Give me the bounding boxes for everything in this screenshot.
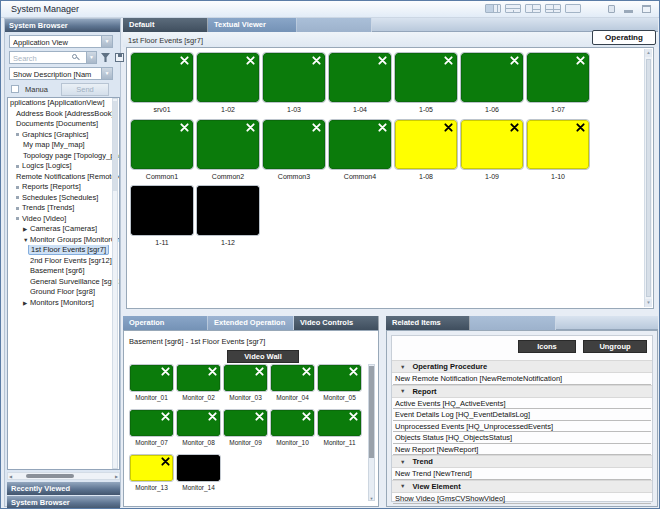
tree-item[interactable]: ▶Monitors [Monitors] <box>8 298 119 309</box>
video-monitor-tile[interactable] <box>271 365 314 391</box>
tree-item[interactable]: Logics [Logics] <box>8 161 119 172</box>
close-icon[interactable] <box>349 367 358 376</box>
close-icon[interactable] <box>161 412 170 421</box>
scroll-down-icon[interactable]: ▼ <box>645 299 652 307</box>
tree-item[interactable]: Documents [Documents] <box>8 119 119 130</box>
related-section-header[interactable]: ▼View Element <box>392 480 652 493</box>
related-item-link[interactable]: Show Video [GmsCVShowVideo] <box>393 493 651 505</box>
maximize-icon[interactable] <box>642 5 651 13</box>
grid-vertical-scrollbar[interactable]: ▲ ▼ <box>644 49 652 307</box>
tree-item[interactable]: Graphics [Graphics] <box>8 130 119 141</box>
close-icon[interactable] <box>510 123 519 132</box>
close-icon[interactable] <box>378 56 387 65</box>
tree-item[interactable]: pplications [ApplicationView] <box>8 98 119 109</box>
monitor-tile[interactable] <box>461 53 523 102</box>
close-icon[interactable] <box>312 123 321 132</box>
related-section-header[interactable]: ▼Operating Procedure <box>392 360 652 373</box>
tree-item[interactable]: 1st Floor Events [sgr7] <box>8 245 119 256</box>
tab-textual-viewer[interactable]: Textual Viewer <box>208 18 297 32</box>
monitor-tile[interactable] <box>197 186 259 235</box>
tab-related-items[interactable]: Related Items <box>386 316 470 330</box>
chevron-down-icon[interactable]: ▼ <box>101 36 112 47</box>
monitor-tile[interactable] <box>329 53 391 102</box>
video-monitor-tile[interactable] <box>130 365 173 391</box>
close-icon[interactable] <box>576 56 585 65</box>
tree-item[interactable]: Ground Floor [sgr8] <box>8 287 119 298</box>
minimize-icon[interactable] <box>624 10 633 13</box>
pane-layout-quad-icon[interactable] <box>545 4 561 13</box>
close-icon[interactable] <box>246 56 255 65</box>
monitor-tile[interactable] <box>395 120 457 169</box>
tree-item[interactable]: 2nd Floor Events [sgr12] <box>8 256 119 267</box>
tree-item[interactable]: Basement [sgr6] <box>8 266 119 277</box>
tree-item[interactable]: ▼Monitor Groups [MonitorGroups] <box>8 235 119 246</box>
close-icon[interactable] <box>208 412 217 421</box>
monitor-tile[interactable] <box>263 120 325 169</box>
lock-icon[interactable] <box>608 5 615 13</box>
system-browser-bar[interactable]: System Browser <box>7 496 120 509</box>
monitor-tile[interactable] <box>197 53 259 102</box>
scroll-right-icon[interactable]: ▶ <box>115 474 118 479</box>
scroll-down-icon[interactable]: ▼ <box>369 496 374 501</box>
tab-extended-operation[interactable]: Extended Operation <box>208 316 294 330</box>
tree-item[interactable]: Address Book [AddressBook] <box>8 109 119 120</box>
close-icon[interactable] <box>444 123 453 132</box>
search-dropdown-icon[interactable]: ▼ <box>86 52 96 63</box>
tab-default[interactable]: Default <box>123 18 208 32</box>
video-monitor-tile[interactable] <box>177 410 220 436</box>
monitor-tile[interactable] <box>131 186 193 235</box>
close-icon[interactable] <box>378 123 387 132</box>
video-monitor-tile[interactable] <box>318 410 361 436</box>
recently-viewed-bar[interactable]: Recently Viewed <box>7 482 120 495</box>
related-item-link[interactable]: Event Details Log [HQ_EventDetailsLog] <box>393 409 651 421</box>
close-icon[interactable] <box>302 367 311 376</box>
related-item-link[interactable]: Active Events [HQ_ActiveEvents] <box>393 398 651 410</box>
close-icon[interactable] <box>255 367 264 376</box>
video-monitor-tile[interactable] <box>224 410 267 436</box>
close-icon[interactable] <box>161 457 170 466</box>
tree-vertical-scrollbar[interactable] <box>112 98 118 469</box>
monitor-tile[interactable] <box>263 53 325 102</box>
expand-icon[interactable]: ▶ <box>23 298 30 309</box>
pane-layout-split-icon[interactable] <box>485 4 501 13</box>
pane-layout-left-icon[interactable] <box>525 4 541 13</box>
close-icon[interactable] <box>444 56 453 65</box>
tree-item[interactable]: Reports [Reports] <box>8 182 119 193</box>
related-item-link[interactable]: New Remote Notification [NewRemoteNotifi… <box>393 373 651 385</box>
close-icon[interactable] <box>302 412 311 421</box>
related-item-link[interactable]: New Trend [NewTrend] <box>393 468 651 480</box>
monitor-tile[interactable] <box>131 120 193 169</box>
monitor-tile[interactable] <box>131 53 193 102</box>
tree-item[interactable]: Topology page [Topology_page] <box>8 151 119 162</box>
scroll-up-icon[interactable]: ▲ <box>645 49 652 57</box>
scroll-left-icon[interactable]: ◀ <box>9 474 12 479</box>
video-monitor-tile[interactable] <box>318 365 361 391</box>
tree-item[interactable]: Video [Video] <box>8 214 119 225</box>
video-monitor-tile[interactable] <box>271 410 314 436</box>
close-icon[interactable] <box>255 412 264 421</box>
close-icon[interactable] <box>246 123 255 132</box>
manual-checkbox[interactable] <box>11 85 19 93</box>
collapse-icon[interactable]: ▼ <box>400 483 405 489</box>
ungroup-button[interactable]: Ungroup <box>583 340 647 353</box>
close-icon[interactable] <box>349 412 358 421</box>
related-item-link[interactable]: New Report [NewReport] <box>393 444 651 456</box>
search-icon[interactable] <box>72 54 80 62</box>
close-icon[interactable] <box>312 56 321 65</box>
video-wall-button[interactable]: Video Wall <box>227 350 299 363</box>
tree-item[interactable]: ▶Cameras [Cameras] <box>8 224 119 235</box>
close-icon[interactable] <box>161 367 170 376</box>
monitor-tile[interactable] <box>527 53 589 102</box>
video-monitor-tile[interactable] <box>177 455 220 481</box>
search-input[interactable]: Search ▼ <box>9 51 97 64</box>
tree-item[interactable]: Remote Notifications [RemoteNotificat <box>8 172 119 183</box>
filter-icon[interactable] <box>101 53 110 62</box>
tree-item[interactable]: My map [My_map] <box>8 140 119 151</box>
scrollbar-thumb[interactable] <box>646 59 651 297</box>
close-icon[interactable] <box>180 56 189 65</box>
icons-button[interactable]: Icons <box>518 340 576 353</box>
monitor-tile[interactable] <box>395 53 457 102</box>
description-select[interactable]: Show Description [Nam ▼ <box>9 67 113 80</box>
pane-layout-bottom-icon[interactable] <box>505 4 521 13</box>
chevron-down-icon[interactable]: ▼ <box>101 68 112 79</box>
